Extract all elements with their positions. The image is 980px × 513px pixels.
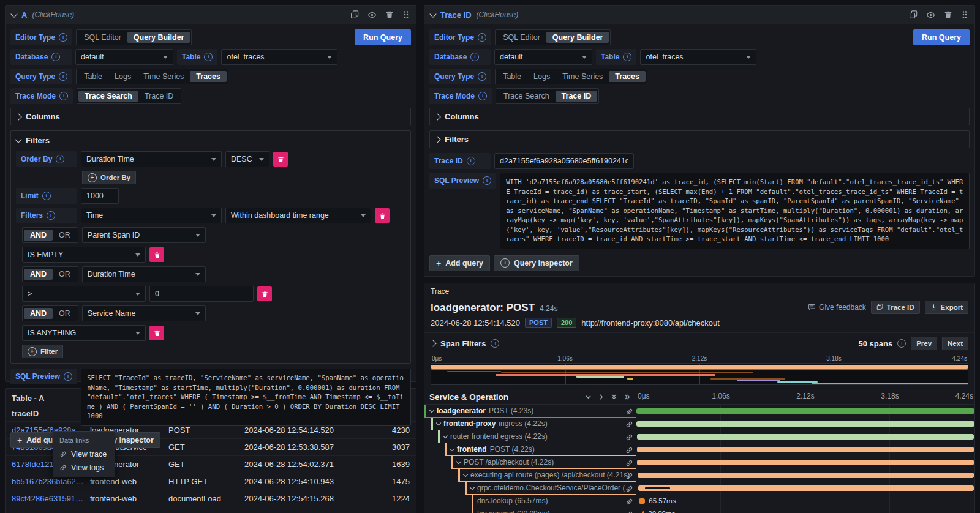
condition-operator-select[interactable]: IS ANYTHING <box>22 325 146 341</box>
span-name-cell[interactable]: router frontend egress (4.22s) <box>424 430 636 443</box>
collapse-chevron-icon[interactable] <box>10 10 17 17</box>
trace-id-link[interactable]: bb5167b236bfa62d1... <box>12 477 90 486</box>
span-link-icon[interactable] <box>625 459 633 467</box>
option-and[interactable]: AND <box>24 230 53 241</box>
option-table[interactable]: Table <box>497 71 527 82</box>
span-bar[interactable] <box>637 460 974 465</box>
option-trace-search[interactable]: Trace Search <box>78 91 138 102</box>
span-name-cell[interactable]: tcp.connect (20.09ms) <box>424 507 636 513</box>
tree-chevron-icon[interactable] <box>436 420 441 425</box>
limit-input[interactable] <box>81 188 119 204</box>
span-bar[interactable] <box>638 473 974 478</box>
span-link-icon[interactable] <box>625 446 633 454</box>
trace-id-link[interactable]: 89cf4286e631591b4... <box>12 494 90 503</box>
time-filter-field-select[interactable]: Time <box>81 208 222 223</box>
remove-condition-button[interactable] <box>257 286 272 301</box>
span-name-cell[interactable]: grpc.oteldemo.CheckoutService/PlaceOrder… <box>424 482 636 495</box>
span-link-icon[interactable] <box>625 498 633 506</box>
span-bar[interactable] <box>636 408 974 414</box>
option-or[interactable]: OR <box>53 308 77 319</box>
span-bar[interactable] <box>637 434 974 440</box>
export-button[interactable]: Export <box>925 301 968 314</box>
span-name-cell[interactable]: frontendPOST (4.22s) <box>424 443 636 456</box>
chevron-right-icon[interactable] <box>429 340 436 346</box>
collapse-chevron-icon[interactable] <box>429 10 436 17</box>
delete-query-icon[interactable] <box>385 10 394 19</box>
order-by-direction-select[interactable]: DESC <box>225 151 270 167</box>
span-link-icon[interactable] <box>625 408 633 416</box>
remove-time-filter-button[interactable] <box>375 208 390 223</box>
option-query-builder[interactable]: Query Builder <box>546 32 609 43</box>
tree-chevron-icon[interactable] <box>429 407 434 412</box>
span-link-icon[interactable] <box>625 421 633 429</box>
span-name-cell[interactable]: POST /api/checkout (4.22s) <box>424 456 636 469</box>
trace-id-button[interactable]: Trace ID <box>871 301 920 314</box>
hide-query-icon[interactable] <box>368 10 377 20</box>
option-sql-editor[interactable]: SQL Editor <box>497 32 546 43</box>
span-name-cell[interactable]: loadgeneratorPOST (4.23s) <box>424 405 636 418</box>
option-sql-editor[interactable]: SQL Editor <box>78 32 127 43</box>
option-query-builder[interactable]: Query Builder <box>127 32 190 43</box>
condition-field-select[interactable]: Duration Time <box>82 266 206 282</box>
remove-order-by-button[interactable] <box>273 152 288 167</box>
collapse-all-icon[interactable] <box>611 393 617 400</box>
time-filter-value-select[interactable]: Within dashboard time range <box>225 208 371 223</box>
give-feedback-button[interactable]: Give feedback <box>808 303 866 312</box>
span-bar[interactable] <box>639 498 645 504</box>
option-or[interactable]: OR <box>53 230 77 241</box>
columns-section-toggle[interactable]: Columns <box>10 108 411 125</box>
menu-item-view-trace[interactable]: View trace <box>53 446 115 460</box>
span-name-cell[interactable]: dns.lookup (65.57ms) <box>424 495 636 507</box>
tree-chevron-icon[interactable] <box>456 459 461 463</box>
table-select[interactable]: otel_traces <box>640 49 756 65</box>
condition-operator-select[interactable]: > <box>22 286 146 302</box>
table-select[interactable]: otel_traces <box>221 49 337 65</box>
database-select[interactable]: default <box>494 49 592 65</box>
option-traces[interactable]: Traces <box>609 71 646 82</box>
span-name-cell[interactable]: frontend-proxyingress (4.22s) <box>424 418 636 430</box>
span-link-icon[interactable] <box>625 472 633 480</box>
option-traces[interactable]: Traces <box>190 71 227 82</box>
option-logs[interactable]: Logs <box>108 71 137 82</box>
next-button[interactable]: Next <box>942 337 968 350</box>
expand-all-icon[interactable] <box>624 394 631 400</box>
option-time-series[interactable]: Time Series <box>556 71 609 82</box>
condition-value-input[interactable] <box>149 286 254 302</box>
condition-field-select[interactable]: Service Name <box>82 305 206 321</box>
duplicate-query-icon[interactable] <box>909 10 918 19</box>
option-trace-search[interactable]: Trace Search <box>497 91 556 102</box>
option-or[interactable]: OR <box>53 269 77 280</box>
prev-button[interactable]: Prev <box>911 337 937 350</box>
filters-section-toggle[interactable]: Filters <box>16 136 405 145</box>
option-time-series[interactable]: Time Series <box>137 71 190 82</box>
delete-query-icon[interactable] <box>944 10 952 19</box>
remove-condition-button[interactable] <box>149 247 164 262</box>
collapse-one-icon[interactable] <box>585 394 592 400</box>
add-query-button[interactable]: Add query <box>429 255 490 271</box>
add-order-by-button[interactable]: Order By <box>82 171 136 184</box>
condition-operator-select[interactable]: IS EMPTY <box>22 247 146 263</box>
trace-minimap[interactable]: 0μs1.06s2.12s3.18s4.24s <box>424 354 974 389</box>
drag-handle-icon[interactable] <box>402 10 410 19</box>
option-trace-id[interactable]: Trace ID <box>138 91 179 102</box>
span-bar[interactable] <box>636 421 974 427</box>
tree-chevron-icon[interactable] <box>450 446 454 451</box>
tree-chevron-icon[interactable] <box>463 471 468 476</box>
remove-condition-button[interactable] <box>149 326 164 340</box>
query-inspector-button[interactable]: Query inspector <box>494 255 579 271</box>
hide-query-icon[interactable] <box>926 10 935 20</box>
tree-chevron-icon[interactable] <box>443 433 448 438</box>
duplicate-query-icon[interactable] <box>350 10 359 19</box>
span-link-icon[interactable] <box>625 511 633 513</box>
expand-one-icon[interactable] <box>598 394 605 400</box>
option-logs[interactable]: Logs <box>527 71 556 82</box>
condition-field-select[interactable]: Parent Span ID <box>82 227 206 243</box>
add-filter-button[interactable]: Filter <box>22 345 63 358</box>
tree-chevron-icon[interactable] <box>470 484 475 489</box>
run-query-button[interactable]: Run Query <box>913 29 970 45</box>
drag-handle-icon[interactable] <box>961 10 968 19</box>
span-name-cell[interactable]: executing api route (pages) /api/checkou… <box>424 469 636 482</box>
database-select[interactable]: default <box>75 49 173 65</box>
trace-id-input[interactable] <box>494 153 634 169</box>
menu-item-view-logs[interactable]: View logs <box>53 460 115 473</box>
